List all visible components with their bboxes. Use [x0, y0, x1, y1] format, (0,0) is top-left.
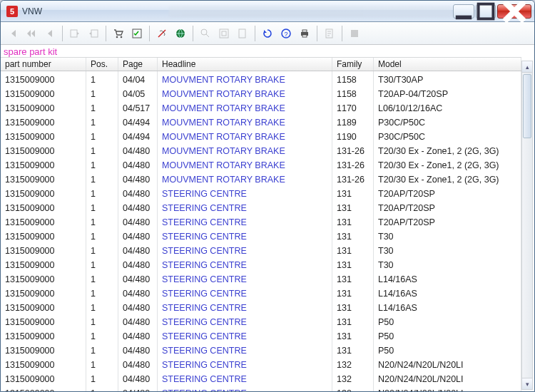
cell-headline[interactable]: STEERING CENTRE — [158, 214, 332, 228]
svg-rect-18 — [351, 30, 358, 37]
table-row[interactable]: 1315009000104/494MOUVMENT ROTARY BRAKE11… — [1, 128, 521, 143]
table-row[interactable]: 1315009000104/517MOUVMENT ROTARY BRAKE11… — [1, 100, 521, 114]
cell-headline[interactable]: MOUVMENT ROTARY BRAKE — [158, 171, 332, 185]
maximize-button[interactable] — [476, 4, 496, 19]
fit-button[interactable] — [216, 26, 232, 41]
cell-page: 04/480 — [118, 371, 158, 385]
zoom-button[interactable] — [198, 26, 213, 41]
minimize-button[interactable] — [453, 4, 474, 19]
nav-first-button[interactable] — [5, 26, 21, 41]
nav-prev-button[interactable] — [42, 26, 58, 41]
globe-button[interactable] — [173, 26, 188, 41]
cell-headline[interactable]: STEERING CENTRE — [158, 314, 332, 328]
cell-page: 04/05 — [118, 86, 158, 100]
cart-button[interactable] — [111, 26, 126, 41]
unplug-button[interactable] — [154, 26, 170, 41]
cell-page: 04/480 — [118, 328, 158, 342]
cell-page: 04/480 — [118, 385, 158, 392]
table-row[interactable]: 1315009000104/480STEERING CENTRE131T20AP… — [1, 214, 521, 228]
cell-headline[interactable]: MOUVMENT ROTARY BRAKE — [158, 114, 332, 128]
table-row[interactable]: 1315009000104/480MOUVMENT ROTARY BRAKE13… — [1, 143, 521, 157]
refresh-button[interactable] — [260, 26, 275, 41]
table-row[interactable]: 1315009000104/480STEERING CENTRE131L14/1… — [1, 271, 521, 285]
table-row[interactable]: 1315009000104/480STEERING CENTRE131L14/1… — [1, 285, 521, 299]
col-page[interactable]: Page — [118, 58, 158, 71]
col-partnumber[interactable]: part number — [1, 58, 86, 71]
title-bar[interactable]: 5 VNW — [1, 1, 534, 22]
table-row[interactable]: 1315009000104/480MOUVMENT ROTARY BRAKE13… — [1, 171, 521, 185]
print-button[interactable] — [297, 26, 312, 41]
cell-page: 04/04 — [118, 71, 158, 86]
cell-headline[interactable]: STEERING CENTRE — [158, 285, 332, 299]
table-row[interactable]: 1315009000104/480STEERING CENTRE131T20AP… — [1, 185, 521, 200]
table-row[interactable]: 1315009000104/494MOUVMENT ROTARY BRAKE11… — [1, 114, 521, 128]
cell-headline[interactable]: STEERING CENTRE — [158, 257, 332, 271]
cell-headline[interactable]: STEERING CENTRE — [158, 342, 332, 356]
cell-model: T30 — [374, 228, 521, 242]
cell-headline[interactable]: STEERING CENTRE — [158, 371, 332, 385]
cell-headline[interactable]: MOUVMENT ROTARY BRAKE — [158, 86, 332, 100]
cell-family: 131 — [332, 242, 374, 257]
cell-family: 132 — [332, 356, 374, 371]
scroll-thumb[interactable] — [523, 74, 531, 138]
cell-model: T20/30 Ex - Zone1, 2 (2G, 3G) — [374, 157, 521, 171]
cell-headline[interactable]: STEERING CENTRE — [158, 200, 332, 214]
col-family[interactable]: Family — [332, 58, 374, 71]
note-button[interactable] — [322, 26, 337, 41]
table-row[interactable]: 1315009000104/480MOUVMENT ROTARY BRAKE13… — [1, 157, 521, 171]
table-row[interactable]: 1315009000104/480STEERING CENTRE131T30 — [1, 257, 521, 271]
col-model[interactable]: Model — [374, 58, 521, 71]
help-button[interactable]: ? — [278, 26, 294, 41]
cell-pos: 1 — [86, 328, 118, 342]
stop-button[interactable] — [347, 26, 362, 41]
table-row[interactable]: 1315009000104/04MOUVMENT ROTARY BRAKE115… — [1, 71, 521, 86]
table-row[interactable]: 1315009000104/480STEERING CENTRE131P50 — [1, 342, 521, 356]
table-row[interactable]: 1315009000104/480STEERING CENTRE131T20AP… — [1, 200, 521, 214]
svg-rect-1 — [479, 4, 494, 19]
data-grid: part number Pos. Page Headline Family Mo… — [1, 57, 521, 392]
import-button[interactable] — [86, 26, 101, 41]
svg-point-8 — [201, 29, 207, 35]
page-button[interactable] — [235, 26, 250, 41]
checklist-button[interactable] — [129, 26, 145, 41]
cell-pos: 1 — [86, 228, 118, 242]
cell-headline[interactable]: STEERING CENTRE — [158, 271, 332, 285]
cell-headline[interactable]: MOUVMENT ROTARY BRAKE — [158, 128, 332, 143]
col-pos[interactable]: Pos. — [86, 58, 118, 71]
table-row[interactable]: 1315009000104/480STEERING CENTRE132N20/N… — [1, 385, 521, 392]
cell-headline[interactable]: STEERING CENTRE — [158, 228, 332, 242]
vertical-scrollbar[interactable]: ▴ ▾ — [521, 61, 533, 390]
cell-model: N20/N24/N20L/N20LI — [374, 356, 521, 371]
breadcrumb-link[interactable]: spare part kit — [1, 45, 534, 57]
cell-headline[interactable]: STEERING CENTRE — [158, 185, 332, 200]
table-row[interactable]: 1315009000104/480STEERING CENTRE132N20/N… — [1, 356, 521, 371]
cell-headline[interactable]: MOUVMENT ROTARY BRAKE — [158, 100, 332, 114]
cell-headline[interactable]: STEERING CENTRE — [158, 299, 332, 314]
table-row[interactable]: 1315009000104/480STEERING CENTRE131L14/1… — [1, 299, 521, 314]
table-row[interactable]: 1315009000104/05MOUVMENT ROTARY BRAKE115… — [1, 86, 521, 100]
close-button[interactable] — [497, 4, 531, 19]
table-row[interactable]: 1315009000104/480STEERING CENTRE131P50 — [1, 314, 521, 328]
cell-headline[interactable]: MOUVMENT ROTARY BRAKE — [158, 71, 332, 86]
cell-pos: 1 — [86, 285, 118, 299]
app-window: 5 VNW ? spare part kit — [0, 0, 535, 392]
export-button[interactable] — [67, 26, 83, 41]
cell-headline[interactable]: STEERING CENTRE — [158, 385, 332, 392]
scroll-down-button[interactable]: ▾ — [522, 378, 532, 389]
table-row[interactable]: 1315009000104/480STEERING CENTRE131T30 — [1, 228, 521, 242]
cell-partnumber: 1315009000 — [1, 242, 86, 257]
cell-pos: 1 — [86, 271, 118, 285]
col-headline[interactable]: Headline — [158, 58, 332, 71]
scroll-up-button[interactable]: ▴ — [522, 61, 532, 73]
cell-headline[interactable]: MOUVMENT ROTARY BRAKE — [158, 157, 332, 171]
cell-family: 1158 — [332, 71, 374, 86]
table-row[interactable]: 1315009000104/480STEERING CENTRE131T30 — [1, 242, 521, 257]
cell-headline[interactable]: STEERING CENTRE — [158, 356, 332, 371]
nav-rewind-button[interactable] — [24, 26, 39, 41]
cell-headline[interactable]: MOUVMENT ROTARY BRAKE — [158, 143, 332, 157]
table-row[interactable]: 1315009000104/480STEERING CENTRE132N20/N… — [1, 371, 521, 385]
cell-partnumber: 1315009000 — [1, 285, 86, 299]
table-row[interactable]: 1315009000104/480STEERING CENTRE131P50 — [1, 328, 521, 342]
cell-headline[interactable]: STEERING CENTRE — [158, 242, 332, 257]
cell-headline[interactable]: STEERING CENTRE — [158, 328, 332, 342]
